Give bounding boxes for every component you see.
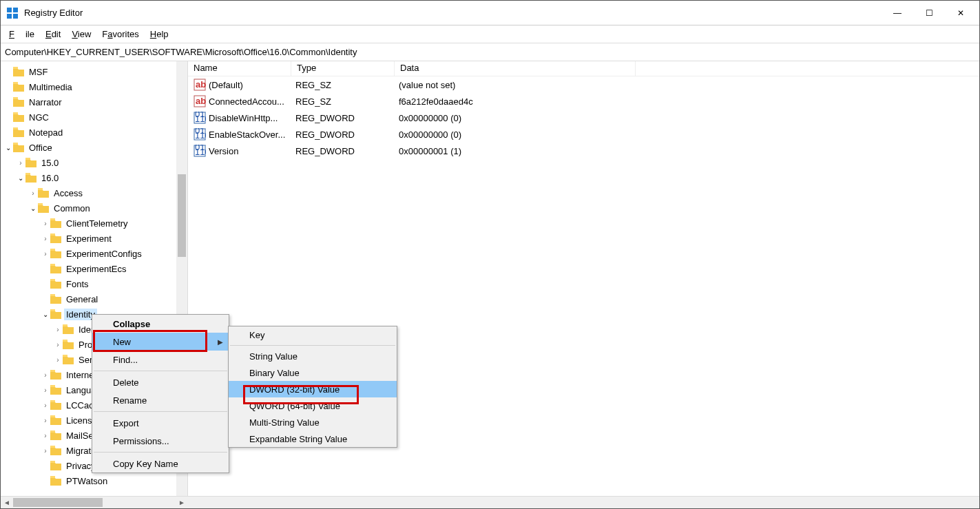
- chevron-down-icon[interactable]: ⌄: [28, 205, 38, 212]
- chevron-right-icon[interactable]: ›: [41, 371, 50, 379]
- value-row[interactable]: abConnectedAccou...REG_SZf6a212fe0daaed4…: [188, 93, 979, 110]
- chevron-down-icon[interactable]: ⌄: [3, 144, 13, 152]
- tree-item[interactable]: PTWatson: [1, 473, 176, 488]
- ctx-new-dword[interactable]: DWORD (32-bit) Value: [229, 381, 397, 397]
- tree-item[interactable]: ›ClientTelemetry: [1, 216, 176, 231]
- reg-dword-icon: 011110: [194, 112, 206, 124]
- ctx-new-string[interactable]: String Value: [229, 348, 397, 364]
- chevron-none: [3, 68, 13, 76]
- svg-marker-16: [25, 159, 37, 167]
- folder-icon: [38, 203, 49, 213]
- column-header-data[interactable]: Data: [395, 61, 636, 76]
- tree-item[interactable]: ›Experiment: [1, 231, 176, 246]
- svg-rect-53: [50, 430, 55, 433]
- chevron-right-icon[interactable]: ›: [41, 220, 50, 227]
- chevron-right-icon[interactable]: ›: [41, 432, 50, 439]
- ctx-rename[interactable]: Rename: [92, 391, 229, 409]
- tree-item[interactable]: Fonts: [1, 276, 176, 291]
- value-data: 0x00000001 (1): [393, 146, 461, 156]
- chevron-right-icon[interactable]: ›: [53, 341, 63, 349]
- chevron-right-icon[interactable]: ›: [41, 250, 50, 258]
- tree-item[interactable]: ⌄Office: [1, 140, 176, 155]
- ctx-collapse[interactable]: Collapse: [92, 315, 229, 333]
- maximize-button[interactable]: ☐: [913, 3, 945, 23]
- chevron-right-icon[interactable]: ›: [41, 235, 50, 242]
- ctx-delete[interactable]: Delete: [92, 373, 229, 391]
- svg-text:ab: ab: [196, 79, 206, 90]
- chevron-right-icon[interactable]: ›: [41, 417, 50, 424]
- menu-file[interactable]: File: [3, 28, 40, 41]
- ctx-new-qword[interactable]: QWORD (64-bit) Value: [229, 397, 397, 414]
- chevron-right-icon[interactable]: ›: [53, 326, 63, 333]
- svg-marker-32: [50, 280, 61, 289]
- svg-marker-22: [38, 205, 49, 213]
- column-header-type[interactable]: Type: [291, 61, 395, 76]
- ctx-new-key[interactable]: Key: [229, 326, 397, 343]
- svg-rect-33: [50, 279, 55, 281]
- chevron-right-icon[interactable]: ›: [16, 159, 25, 167]
- ctx-new-expandstring[interactable]: Expandable String Value: [229, 430, 397, 447]
- chevron-right-icon[interactable]: ›: [41, 447, 50, 455]
- svg-rect-5: [13, 67, 18, 69]
- value-row[interactable]: 011110DisableWinHttp...REG_DWORD0x000000…: [188, 110, 979, 126]
- svg-rect-41: [63, 340, 67, 342]
- menu-edit[interactable]: Edit: [40, 28, 66, 41]
- svg-rect-25: [50, 218, 55, 220]
- tree-item[interactable]: ›15.0: [1, 155, 176, 170]
- address-bar[interactable]: Computer\HKEY_CURRENT_USER\SOFTWARE\Micr…: [1, 43, 979, 61]
- ctx-new[interactable]: New ▶: [92, 333, 229, 351]
- tree-item[interactable]: Multimedia: [1, 79, 176, 94]
- scrollbar-thumb[interactable]: [13, 498, 103, 507]
- chevron-down-icon[interactable]: ⌄: [41, 311, 50, 318]
- tree-item-label: NGC: [27, 112, 51, 123]
- tree-item[interactable]: ›Access: [1, 185, 176, 200]
- ctx-permissions[interactable]: Permissions...: [92, 432, 229, 450]
- tree-item[interactable]: ⌄16.0: [1, 170, 176, 185]
- chevron-none: [41, 295, 50, 303]
- scroll-left-button[interactable]: ◄: [1, 497, 13, 508]
- tree-item[interactable]: Narrator: [1, 94, 176, 110]
- tree-item[interactable]: NGC: [1, 110, 176, 125]
- tree-horizontal-scrollbar[interactable]: ◄ ►: [1, 497, 188, 508]
- column-header-name[interactable]: Name: [188, 61, 291, 76]
- svg-rect-11: [13, 112, 18, 114]
- chevron-down-icon[interactable]: ⌄: [16, 174, 25, 182]
- scrollbar-thumb[interactable]: [178, 174, 186, 257]
- svg-marker-44: [50, 371, 61, 380]
- menu-view[interactable]: View: [66, 28, 96, 41]
- ctx-new-multistring[interactable]: Multi-String Value: [229, 414, 397, 430]
- svg-marker-46: [50, 386, 61, 395]
- menu-help[interactable]: Help: [145, 28, 174, 41]
- value-row[interactable]: ab(Default)REG_SZ(value not set): [188, 76, 979, 93]
- chevron-right-icon[interactable]: ›: [53, 356, 63, 364]
- scroll-right-button[interactable]: ►: [176, 497, 188, 508]
- tree-item[interactable]: General: [1, 291, 176, 307]
- folder-icon: [50, 476, 61, 486]
- chevron-right-icon[interactable]: ›: [41, 386, 50, 394]
- tree-item[interactable]: ›ExperimentConfigs: [1, 246, 176, 261]
- ctx-export[interactable]: Export: [92, 414, 229, 432]
- folder-icon: [50, 249, 61, 258]
- ctx-copy-key-name[interactable]: Copy Key Name: [92, 455, 229, 472]
- value-type: REG_SZ: [290, 96, 393, 107]
- tree-item[interactable]: ExperimentEcs: [1, 261, 176, 276]
- svg-marker-26: [50, 235, 61, 243]
- ctx-find[interactable]: Find...: [92, 351, 229, 368]
- folder-icon: [25, 158, 37, 167]
- svg-marker-8: [13, 98, 24, 107]
- value-row[interactable]: 011110VersionREG_DWORD0x00000001 (1): [188, 143, 979, 159]
- chevron-right-icon[interactable]: ›: [41, 402, 50, 409]
- tree-item[interactable]: ⌄Common: [1, 200, 176, 216]
- minimize-button[interactable]: —: [882, 3, 913, 23]
- svg-marker-40: [63, 341, 74, 349]
- chevron-right-icon[interactable]: ›: [28, 189, 38, 197]
- tree-item[interactable]: MSF: [1, 64, 176, 79]
- folder-icon: [50, 294, 61, 304]
- menu-favorites[interactable]: Favorites: [96, 28, 144, 41]
- tree-item-label: Common: [52, 202, 92, 214]
- close-button[interactable]: ✕: [945, 3, 977, 23]
- tree-item[interactable]: Notepad: [1, 125, 176, 140]
- ctx-new-binary[interactable]: Binary Value: [229, 364, 397, 381]
- chevron-none: [3, 98, 13, 106]
- value-row[interactable]: 011110EnableStackOver...REG_DWORD0x00000…: [188, 126, 979, 143]
